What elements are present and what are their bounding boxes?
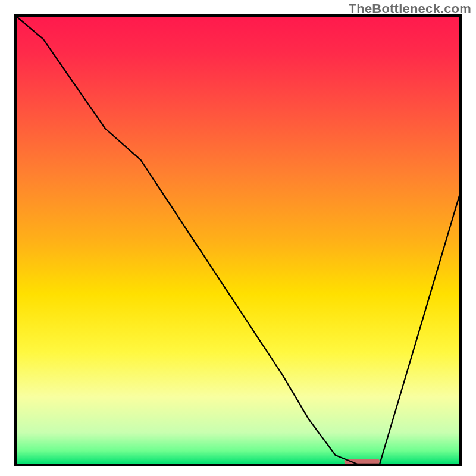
gradient-background [17, 17, 459, 464]
chart-frame: TheBottleneck.com [0, 0, 476, 476]
watermark-text: TheBottleneck.com [349, 1, 471, 17]
bottleneck-plot [0, 0, 476, 476]
